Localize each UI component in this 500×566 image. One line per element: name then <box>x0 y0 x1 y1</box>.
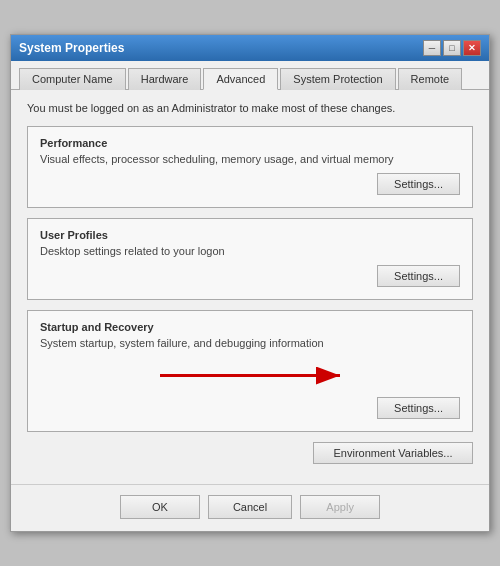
startup-recovery-desc: System startup, system failure, and debu… <box>40 337 460 349</box>
startup-recovery-settings-button[interactable]: Settings... <box>377 397 460 419</box>
minimize-button[interactable]: ─ <box>423 40 441 56</box>
admin-info-text: You must be logged on as an Administrato… <box>27 102 473 114</box>
window-title: System Properties <box>19 41 124 55</box>
user-profiles-settings-button[interactable]: Settings... <box>377 265 460 287</box>
red-arrow-icon <box>160 361 360 394</box>
maximize-button[interactable]: □ <box>443 40 461 56</box>
startup-recovery-section: Startup and Recovery System startup, sys… <box>27 310 473 432</box>
env-variables-row: Environment Variables... <box>27 442 473 464</box>
tab-computer-name[interactable]: Computer Name <box>19 68 126 90</box>
system-properties-window: System Properties ─ □ ✕ Computer Name Ha… <box>10 34 490 532</box>
performance-settings-button[interactable]: Settings... <box>377 173 460 195</box>
tab-content: You must be logged on as an Administrato… <box>11 90 489 484</box>
tab-advanced[interactable]: Advanced <box>203 68 278 90</box>
apply-button[interactable]: Apply <box>300 495 380 519</box>
user-profiles-title: User Profiles <box>40 229 460 241</box>
bottom-bar: OK Cancel Apply <box>11 484 489 531</box>
ok-button[interactable]: OK <box>120 495 200 519</box>
titlebar-controls: ─ □ ✕ <box>423 40 481 56</box>
tab-hardware[interactable]: Hardware <box>128 68 202 90</box>
environment-variables-button[interactable]: Environment Variables... <box>313 442 473 464</box>
user-profiles-desc: Desktop settings related to your logon <box>40 245 460 257</box>
user-profiles-section: User Profiles Desktop settings related t… <box>27 218 473 300</box>
tab-remote[interactable]: Remote <box>398 68 463 90</box>
performance-title: Performance <box>40 137 460 149</box>
titlebar: System Properties ─ □ ✕ <box>11 35 489 61</box>
cancel-button[interactable]: Cancel <box>208 495 292 519</box>
tab-system-protection[interactable]: System Protection <box>280 68 395 90</box>
arrow-container <box>40 357 460 397</box>
close-button[interactable]: ✕ <box>463 40 481 56</box>
startup-recovery-title: Startup and Recovery <box>40 321 460 333</box>
performance-desc: Visual effects, processor scheduling, me… <box>40 153 460 165</box>
tab-bar: Computer Name Hardware Advanced System P… <box>11 61 489 90</box>
performance-section: Performance Visual effects, processor sc… <box>27 126 473 208</box>
